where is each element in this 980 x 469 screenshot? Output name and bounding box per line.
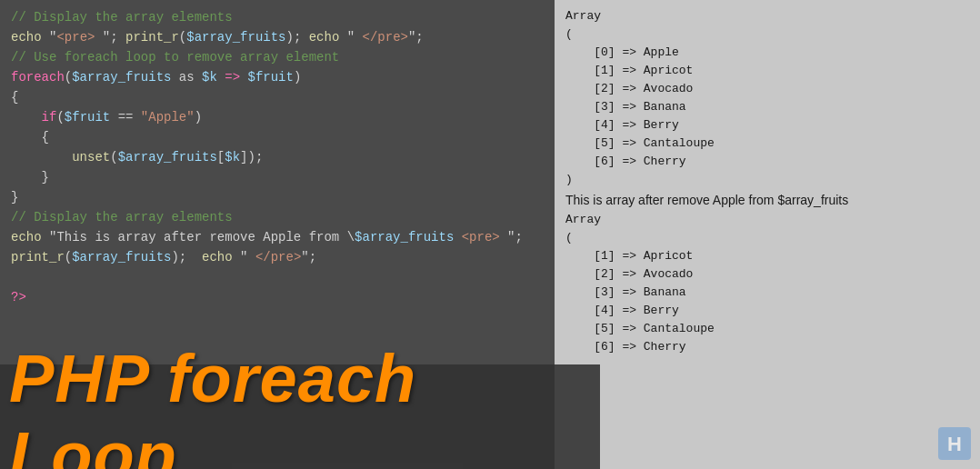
code-line-2: echo "<pre> "; print_r($array_fruits); e…: [11, 27, 544, 47]
code-line-13: print_r($array_fruits); echo " </pre>";: [11, 247, 544, 267]
watermark: H: [936, 425, 973, 462]
code-line-close: ?>: [11, 287, 544, 307]
code-line-blank: [11, 267, 544, 287]
code-line-11: // Display the array elements: [11, 207, 544, 227]
page-title: PHP foreach Loop: [9, 340, 600, 470]
code-line-12: echo "This is array after remove Apple f…: [11, 227, 544, 247]
code-line-9: }: [11, 167, 544, 187]
output-panel: Array ( [0] => Apple [1] => Apricot [2] …: [555, 0, 980, 469]
code-line-1: // Display the array elements: [11, 7, 544, 27]
code-line-8: unset($array_fruits[$k]);: [11, 147, 544, 167]
output-array2: Array ( [1] => Apricot [2] => Avocado [3…: [565, 211, 969, 356]
svg-text:H: H: [947, 433, 962, 455]
code-line-5: {: [11, 87, 544, 107]
title-overlay: PHP foreach Loop: [0, 364, 600, 469]
code-line-4: foreach($array_fruits as $k => $fruit): [11, 67, 544, 87]
output-description: This is array after remove Apple from $a…: [565, 193, 969, 207]
watermark-icon: H: [936, 425, 973, 462]
code-line-6: if($fruit == "Apple"): [11, 107, 544, 127]
output-array1: Array ( [0] => Apple [1] => Apricot [2] …: [565, 7, 969, 189]
code-line-7: {: [11, 127, 544, 147]
main-container: // Display the array elements echo "<pre…: [0, 0, 980, 469]
code-line-10: }: [11, 187, 544, 207]
code-comment: // Display the array elements: [11, 10, 233, 25]
code-line-3: // Use foreach loop to remove array elem…: [11, 47, 544, 67]
